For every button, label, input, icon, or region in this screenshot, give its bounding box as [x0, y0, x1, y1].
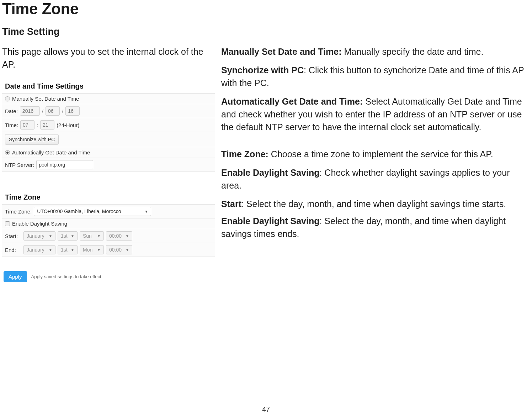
end-time-value: 00:00: [109, 247, 122, 253]
start-month-select[interactable]: January▼: [23, 231, 55, 241]
end-day-select[interactable]: Mon▼: [80, 245, 104, 254]
start-time-value: 00:00: [109, 233, 122, 239]
ntp-label: NTP Server:: [5, 162, 34, 168]
end-month-select[interactable]: January▼: [23, 245, 55, 254]
hour-note: (24-Hour): [57, 122, 79, 128]
datetime-heading: Date and Time Settings: [2, 77, 215, 93]
manual-radio[interactable]: [5, 96, 10, 101]
desc-tz: Time Zone: Choose a time zone to impleme…: [221, 148, 528, 160]
start-time-select[interactable]: 00:00▼: [106, 231, 132, 241]
hour-input[interactable]: [20, 120, 34, 130]
desc-tz-b: Time Zone:: [221, 149, 271, 159]
desc-dls: Enable Daylight Saving: Check whether da…: [221, 166, 528, 192]
desc-start-t: : Select the day, month, and time when d…: [241, 199, 506, 209]
desc-auto-b: Automatically Get Date and Time:: [221, 96, 365, 106]
dls-checkbox[interactable]: [5, 221, 10, 226]
month-input[interactable]: [46, 106, 60, 116]
caret-icon: ▼: [71, 234, 74, 238]
desc-end-b: Enable Daylight Saving: [221, 216, 319, 226]
start-label: Start:: [5, 233, 21, 239]
end-month-value: January: [27, 247, 44, 253]
dls-label: Enable Daylight Saving: [12, 221, 67, 227]
caret-icon: ▼: [126, 248, 129, 252]
ntp-input[interactable]: [36, 160, 93, 169]
tz-select[interactable]: UTC+00:00 Gambia, Liberia, Morocco ▼: [34, 207, 151, 216]
page-number: 47: [0, 405, 532, 413]
year-input[interactable]: [20, 106, 40, 116]
desc-sync: Synchorize with PC: Click this button to…: [221, 64, 528, 89]
tz-select-value: UTC+00:00 Gambia, Liberia, Morocco: [37, 208, 121, 214]
sync-pc-button[interactable]: Synchronize with PC: [5, 134, 59, 145]
end-label: End:: [5, 247, 21, 253]
desc-manual-b: Manually Set Date and Time:: [221, 47, 344, 57]
desc-end: Enable Daylight Saving: Select the day, …: [221, 215, 528, 240]
start-month-value: January: [27, 233, 44, 239]
slash-1: /: [42, 108, 43, 114]
section-subtitle: Time Setting: [2, 26, 528, 37]
caret-icon: ▼: [49, 248, 52, 252]
start-week-value: 1st: [61, 233, 68, 239]
apply-button[interactable]: Apply: [4, 271, 27, 282]
caret-icon: ▼: [126, 234, 129, 238]
apply-note: Apply saved settings to take effect: [31, 274, 101, 279]
start-day-select[interactable]: Sun▼: [80, 231, 104, 241]
auto-radio-label: Automatically Get Date and Time: [12, 149, 90, 155]
tz-label: Time Zone:: [5, 208, 32, 215]
desc-manual: Manually Set Date and Time: Manually spe…: [221, 45, 528, 58]
minute-input[interactable]: [40, 120, 54, 130]
caret-icon: ▼: [144, 210, 148, 213]
desc-start: Start: Select the day, month, and time w…: [221, 197, 528, 210]
desc-sync-b: Synchorize with PC: [221, 65, 304, 75]
start-week-select[interactable]: 1st▼: [58, 231, 78, 241]
caret-icon: ▼: [49, 234, 52, 238]
caret-icon: ▼: [97, 234, 101, 238]
start-day-value: Sun: [83, 233, 92, 239]
date-label: Date:: [5, 108, 18, 114]
day-input[interactable]: [65, 106, 80, 116]
slash-2: /: [62, 108, 63, 114]
time-label: Time:: [5, 122, 18, 128]
desc-start-b: Start: [221, 199, 241, 209]
colon: :: [37, 122, 38, 128]
desc-auto: Automatically Get Date and Time: Select …: [221, 95, 528, 133]
end-week-value: 1st: [61, 247, 68, 253]
end-time-select[interactable]: 00:00▼: [106, 245, 132, 254]
auto-radio[interactable]: [5, 150, 10, 155]
end-day-value: Mon: [83, 247, 92, 253]
caret-icon: ▼: [71, 248, 74, 252]
manual-radio-label: Manually Set Date and Time: [12, 96, 79, 102]
end-week-select[interactable]: 1st▼: [58, 245, 78, 254]
desc-dls-b: Enable Daylight Saving: [221, 168, 319, 178]
timezone-heading: Time Zone: [2, 188, 215, 204]
desc-manual-t: Manually specify the date and time.: [344, 47, 483, 57]
page-title: Time Zone: [2, 0, 528, 18]
caret-icon: ▼: [97, 248, 101, 252]
intro-text: This page allows you to set the internal…: [2, 45, 215, 71]
desc-tz-t: Choose a time zone to implement the serv…: [271, 149, 493, 159]
